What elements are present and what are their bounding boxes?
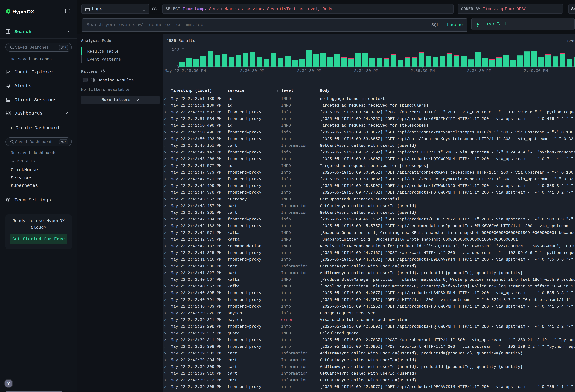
svg-text:140: 140 xyxy=(172,47,179,52)
svg-text:2:32:30 PM: 2:32:30 PM xyxy=(297,69,321,73)
svg-text:May 22 2:28:00 PM: May 22 2:28:00 PM xyxy=(165,69,206,73)
svg-text:2:40:30 PM: 2:40:30 PM xyxy=(524,69,548,73)
svg-text:2:30:30 PM: 2:30:30 PM xyxy=(240,69,264,73)
svg-text:2:36:30 PM: 2:36:30 PM xyxy=(410,69,435,73)
svg-text:2:34:30 PM: 2:34:30 PM xyxy=(354,69,378,73)
svg-text:2:38:30 PM: 2:38:30 PM xyxy=(467,69,491,73)
